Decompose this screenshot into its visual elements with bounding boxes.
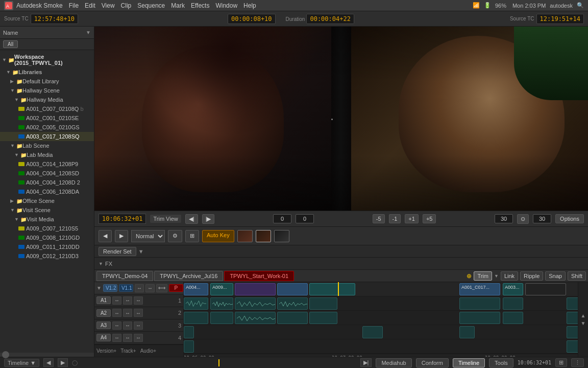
- link-button[interactable]: Link: [501, 271, 518, 281]
- track-a4-btn1[interactable]: ↔: [112, 334, 121, 342]
- menu-edit[interactable]: Edit: [85, 2, 95, 9]
- tree-item-a002-c005[interactable]: A002_C005_0210GS: [0, 123, 94, 132]
- gear-btn[interactable]: ⚙: [168, 230, 182, 242]
- step-plus1-btn[interactable]: +1: [405, 214, 419, 223]
- grid-btn[interactable]: ⊞: [185, 230, 199, 242]
- tc-left-value[interactable]: 0: [273, 214, 291, 223]
- track-btn-lock[interactable]: ↔: [135, 284, 144, 292]
- menu-help[interactable]: Help: [243, 2, 256, 9]
- audio-clip-a1-7[interactable]: [503, 297, 523, 310]
- step-minus1-btn[interactable]: -1: [389, 214, 401, 223]
- frame-count-1[interactable]: 30: [495, 214, 513, 223]
- snap-button[interactable]: Snap: [545, 271, 566, 281]
- ripple-button[interactable]: Ripple: [520, 271, 543, 281]
- tab-mediahub[interactable]: Mediahub: [376, 358, 411, 367]
- step-plus5-btn[interactable]: +5: [423, 214, 436, 223]
- audio-clip-a1-5[interactable]: [309, 297, 337, 310]
- track-a1-btn2[interactable]: ↔: [123, 296, 132, 305]
- tree-item-hallway-media[interactable]: ▼ 📁 Hallway Media: [0, 95, 94, 104]
- audio-clip-a4-1[interactable]: [184, 340, 194, 353]
- track-red-btn[interactable]: P: [169, 284, 183, 292]
- tree-item-a009-c011[interactable]: A009_C011_1210DD: [0, 242, 94, 251]
- tab-timeline[interactable]: Timeline: [453, 358, 485, 367]
- tree-item-visit-media[interactable]: ▼ 📁 Visit Media: [0, 215, 94, 224]
- audio-clip-a2-2[interactable]: [210, 312, 233, 324]
- clip-a009-1[interactable]: A009...: [210, 283, 233, 295]
- nav-next-btn[interactable]: ▶: [58, 358, 68, 367]
- clip-a009-3[interactable]: [277, 283, 308, 295]
- tree-item-a009-c012[interactable]: A009_C012_1210D3: [0, 251, 94, 261]
- render-set-button[interactable]: Render Set: [99, 247, 136, 256]
- tree-item-lab-media[interactable]: ▼ 📁 Lab Media: [0, 150, 94, 159]
- auto-key-button[interactable]: Auto Key: [202, 230, 234, 242]
- sort-button[interactable]: ▼: [86, 30, 91, 35]
- tab-tools[interactable]: Tools: [489, 358, 513, 367]
- tree-item-a004-c004-2[interactable]: A004_C004_1208D 2: [0, 178, 94, 187]
- clip-a009-4[interactable]: [309, 283, 355, 295]
- clip-a001-c017[interactable]: A001_C017...: [459, 283, 500, 295]
- menu-autodesk-smoke[interactable]: Autodesk Smoke: [16, 2, 63, 9]
- track-a2-btn3[interactable]: ↔: [134, 309, 143, 317]
- timeline-settings-btn[interactable]: ◯: [72, 360, 78, 365]
- tab-conform[interactable]: Conform: [416, 358, 449, 367]
- clip-a004[interactable]: A004...: [184, 283, 208, 295]
- thumbnail-3[interactable]: [274, 230, 289, 242]
- trim-button[interactable]: Trim: [474, 271, 492, 281]
- audio-clip-a3-1[interactable]: [184, 326, 194, 338]
- track-a1-btn1[interactable]: ↔: [112, 296, 121, 305]
- tree-item-office-scene[interactable]: ▶ 📁 Office Scene: [0, 196, 94, 205]
- clip-a003-1[interactable]: A003...: [503, 283, 523, 295]
- audio-clip-a2-5[interactable]: [309, 312, 337, 324]
- tree-item-a003-c017[interactable]: A003_C017_1208SQ: [0, 132, 94, 141]
- audio-clip-a1-3[interactable]: [235, 297, 276, 310]
- audio-clip-a1-4[interactable]: [277, 297, 308, 310]
- circle-indicator[interactable]: [2, 351, 9, 358]
- tree-item-a004-c006[interactable]: A004_C006_1208DA: [0, 187, 94, 196]
- audio-clip-a2-1[interactable]: [184, 312, 208, 324]
- next-tool-btn[interactable]: ▶: [115, 230, 128, 242]
- tree-item-a009-c007[interactable]: A009_C007_1210S5: [0, 224, 94, 233]
- track-a4-btn2[interactable]: ↔: [123, 334, 132, 342]
- tree-item-a003-c014[interactable]: A003_C014_1208P9: [0, 159, 94, 169]
- audio-plus[interactable]: Audio+: [140, 348, 156, 354]
- track-a2-btn1[interactable]: ↔: [112, 309, 121, 317]
- source-tc-right-value[interactable]: 12:19:51+14: [536, 14, 584, 24]
- menu-sequence[interactable]: Sequence: [137, 2, 165, 9]
- frame-count-2[interactable]: 30: [533, 214, 551, 223]
- center-tc-value[interactable]: 00:00:08+10: [228, 14, 275, 24]
- menu-clip[interactable]: Clip: [121, 2, 132, 9]
- audio-clip-a1-8[interactable]: [567, 297, 578, 310]
- expand-btn[interactable]: ⊞: [555, 358, 567, 367]
- mode-select[interactable]: Normal Color Wipe: [131, 230, 165, 242]
- audio-clip-a4-2[interactable]: [567, 340, 578, 353]
- nav-prev-btn[interactable]: ◀: [43, 358, 54, 367]
- track-expand-v1-2[interactable]: ▼: [96, 285, 102, 291]
- audio-clip-a2-8[interactable]: [567, 312, 578, 324]
- track-a4-btn3[interactable]: ↔: [134, 334, 143, 342]
- track-content[interactable]: A004... A009... A001_C017... A003... A00…: [184, 282, 578, 357]
- options-button[interactable]: Options: [555, 214, 584, 223]
- menu-effects[interactable]: Effects: [191, 2, 209, 9]
- audio-clip-a2-3[interactable]: [235, 312, 276, 324]
- push-frame-btn[interactable]: ⊙: [517, 214, 529, 224]
- tree-item-hallway-scene[interactable]: ▼ 📁 Hallway Scene: [0, 86, 94, 95]
- audio-clip-a3-3[interactable]: [459, 326, 475, 338]
- prev-keyframe-btn[interactable]: ◀|: [185, 214, 198, 224]
- duration-value[interactable]: 00:00:04+22: [306, 14, 354, 24]
- track-a3-btn3[interactable]: ↔: [134, 321, 143, 330]
- audio-clip-a2-4[interactable]: [277, 312, 308, 324]
- step-minus5-btn[interactable]: -5: [373, 214, 385, 223]
- tree-item-libraries[interactable]: ▼ 📁 Libraries: [0, 67, 94, 77]
- settings-btn[interactable]: ⋮: [571, 358, 584, 367]
- tree-item-a004-c004-sd[interactable]: A004_C004_1208SD: [0, 169, 94, 178]
- scroll-down-btn[interactable]: ▼: [580, 319, 587, 327]
- audio-clip-a1-2[interactable]: [210, 297, 233, 310]
- menu-window[interactable]: Window: [215, 2, 237, 9]
- thumbnail-2[interactable]: [256, 230, 271, 242]
- audio-clip-a1-1[interactable]: [184, 297, 208, 310]
- menu-mark[interactable]: Mark: [171, 2, 185, 9]
- tab-tpwyl-archive[interactable]: TPWYL_Archive_Jul16: [154, 271, 223, 281]
- tree-item-a002-c001[interactable]: A002_C001_0210SE: [0, 113, 94, 123]
- tree-item-lab-scene[interactable]: ▼ 📁 Lab Scene: [0, 141, 94, 150]
- track-a1-btn3[interactable]: ↔: [134, 296, 143, 305]
